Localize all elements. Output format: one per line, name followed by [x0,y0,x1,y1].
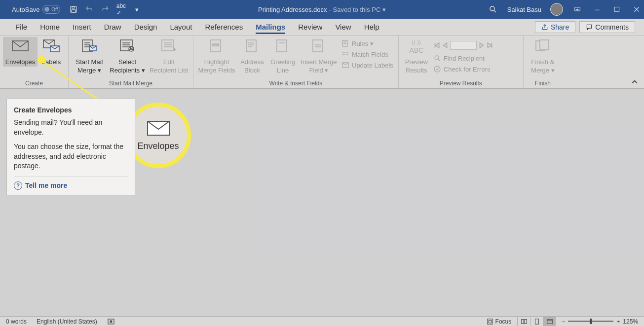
greeting-line-button[interactable]: Greeting Line [267,37,298,75]
tab-design[interactable]: Design [128,19,164,36]
filename: Printing Addresses.docx [258,6,327,13]
callout-label: Envelopes [137,141,179,151]
svg-point-23 [434,66,440,72]
web-layout-icon[interactable] [543,317,556,326]
svg-rect-16 [213,44,219,46]
document-title: Printing Addresses.docx - Saved to this … [258,6,386,13]
ribbon: Envelopes Labels Create Start Mail Merge… [0,36,644,89]
rules-button[interactable]: Rules ▾ [340,38,395,49]
print-layout-icon[interactable] [530,317,543,326]
group-write-label: Write & Insert Fields [196,80,395,88]
view-buttons [517,317,556,326]
tooltip-title: Create Envelopes [14,106,128,114]
redo-icon[interactable] [101,5,110,14]
undo-icon[interactable] [85,5,94,14]
tab-help[interactable]: Help [358,19,386,36]
svg-rect-30 [487,319,492,324]
tab-layout[interactable]: Layout [163,19,198,36]
statusbar: 0 words English (United States) Focus − … [0,316,644,326]
match-icon [341,50,349,58]
qat-more-icon[interactable]: ▾ [132,5,141,14]
svg-rect-19 [313,40,323,52]
highlight-merge-fields-button[interactable]: Highlight Merge Fields [196,37,237,75]
insert-field-icon [310,39,328,57]
highlight-icon [208,39,226,57]
svg-rect-5 [614,7,619,11]
group-create: Envelopes Labels Create [0,36,69,88]
focus-mode[interactable]: Focus [487,318,512,325]
address-icon [243,39,261,57]
group-create-label: Create [3,80,65,88]
tab-review[interactable]: Review [292,19,329,36]
match-fields-button[interactable]: Match Fields [340,49,395,60]
find-recipient-button[interactable]: Find Recipient [431,53,520,64]
macro-icon[interactable] [107,318,115,326]
preview-icon: ⟨⟨ ⟩⟩ABC [408,39,425,57]
preview-results-button[interactable]: ⟨⟨ ⟩⟩ABC Preview Results [402,37,431,75]
find-icon [433,54,441,62]
spellcheck-icon[interactable]: abc✓ [116,5,125,14]
rules-icon [341,39,349,47]
insert-merge-field-button[interactable]: Insert Merge Field ▾ [298,37,340,75]
tab-references[interactable]: References [198,19,249,36]
tooltip-p1: Sending mail? You'll need an envelope. [14,118,128,137]
collapse-ribbon-icon[interactable] [631,78,638,85]
share-button[interactable]: Share [535,21,575,33]
finish-merge-button[interactable]: Finish & Merge ▾ [527,37,559,75]
word-count[interactable]: 0 words [6,318,27,325]
tab-file[interactable]: File [9,19,34,36]
minimize-icon[interactable]: ─ [592,4,603,15]
tab-mailings[interactable]: Mailings [249,19,292,36]
group-preview-results: ⟨⟨ ⟩⟩ABC Preview Results Find Recipient … [399,36,524,88]
quick-access-toolbar: abc✓ ▾ [69,5,141,14]
titlebar: AutoSave Off abc✓ ▾ Printing Addresses.d… [0,0,644,19]
tooltip-create-envelopes: Create Envelopes Sending mail? You'll ne… [6,99,135,195]
envelopes-button[interactable]: Envelopes [3,37,38,67]
close-icon[interactable] [631,4,642,15]
preview-nav-stack: Find Recipient Check for Errors [431,37,520,74]
start-mail-merge-button[interactable]: Start Mail Merge ▾ [72,37,107,75]
tab-home[interactable]: Home [34,19,66,36]
group-finish: Finish & Merge ▾ Finish [524,36,562,88]
record-nav[interactable] [431,38,520,53]
autosave[interactable]: AutoSave Off [12,5,60,14]
group-finish-label: Finish [527,80,559,88]
check-icon [433,65,441,73]
zoom-control[interactable]: − + 125% [562,318,638,325]
save-icon[interactable] [69,5,78,14]
read-mode-icon[interactable] [517,317,530,326]
check-errors-button[interactable]: Check for Errors [431,64,520,74]
tooltip-p2: You can choose the size, format the addr… [14,142,128,171]
comments-button[interactable]: Comments [579,21,635,33]
search-icon[interactable] [488,4,498,15]
zoom-out-icon[interactable]: − [562,318,565,325]
group-start-label: Start Mail Merge [72,80,190,88]
maximize-icon[interactable] [611,4,622,15]
ribbon-display-icon[interactable] [572,4,583,15]
tell-me-more-link[interactable]: ? Tell me more [14,176,128,190]
update-labels-button[interactable]: Update Labels [340,60,395,71]
save-status[interactable]: - Saved to this PC ▾ [329,6,386,13]
help-icon: ? [14,181,22,190]
avatar[interactable] [550,3,563,16]
language[interactable]: English (United States) [37,318,97,325]
zoom-slider[interactable] [568,321,613,322]
svg-rect-1 [72,6,75,8]
recipients-icon [118,39,136,57]
zoom-in-icon[interactable]: + [616,318,620,325]
select-recipients-button[interactable]: Select Recipients ▾ [107,37,148,75]
address-block-button[interactable]: Address Block [237,37,267,75]
svg-rect-2 [72,10,76,12]
autosave-toggle[interactable]: Off [42,5,60,14]
svg-point-29 [110,321,112,323]
edit-recipient-list-button[interactable]: Edit Recipient List [148,37,190,75]
tab-view[interactable]: View [329,19,357,36]
zoom-level[interactable]: 125% [623,318,638,325]
tab-insert[interactable]: Insert [66,19,98,36]
group-preview-label: Preview Results [402,80,520,88]
tab-draw[interactable]: Draw [98,19,128,36]
username[interactable]: Saikat Basu [507,6,541,13]
svg-rect-25 [540,40,549,50]
svg-rect-31 [489,320,491,323]
svg-point-22 [435,56,439,60]
